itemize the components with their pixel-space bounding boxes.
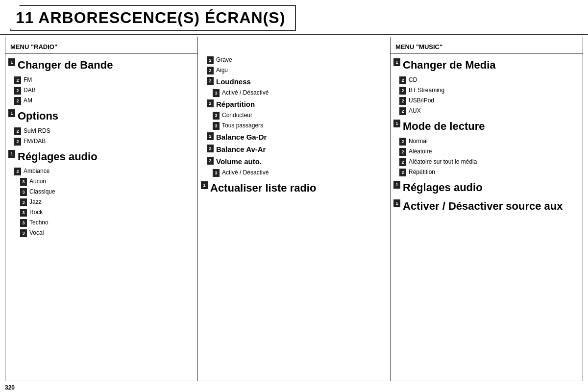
item-label: Options (18, 109, 58, 124)
list-item: 1Changer de Bande (5, 57, 197, 74)
item-label: Loudness (216, 76, 251, 87)
level-badge: 2 (399, 138, 406, 146)
page-footer: 320 (0, 383, 588, 392)
item-label: Classique (29, 188, 55, 196)
item-label: Ambiance (24, 167, 49, 175)
level-badge: 1 (393, 120, 400, 127)
list-item: 3Classique (5, 187, 197, 197)
item-label: Techno (29, 219, 49, 227)
list-item: 2AM (5, 96, 197, 106)
level-badge: 2 (399, 148, 406, 156)
level-badge: 3 (20, 178, 27, 186)
list-item: 2Aléatoire sur tout le média (391, 157, 583, 167)
level-badge: 3 (20, 209, 27, 217)
level-badge: 3 (213, 89, 220, 97)
level-badge: 3 (20, 188, 27, 196)
level-badge: 1 (393, 199, 400, 207)
list-item: 2Balance Ga-Dr (198, 131, 390, 143)
item-label: Grave (216, 56, 232, 64)
list-item: 2Aigu (198, 65, 390, 75)
list-item: 3Vocal (5, 228, 197, 238)
list-item: 2DAB (5, 85, 197, 96)
level-badge: 2 (399, 76, 406, 84)
level-badge: 3 (20, 229, 27, 237)
item-label: AUX (409, 107, 421, 115)
level-badge: 2 (207, 67, 214, 74)
list-item: 2Loudness (198, 75, 390, 88)
list-item: 1Options (5, 108, 197, 125)
level-badge: 2 (399, 107, 406, 115)
level-badge: 2 (207, 132, 214, 140)
item-label: Activer / Désactiver source aux (403, 199, 563, 214)
content-area: MENU "RADIO"1Changer de Bande2FM2DAB2AM1… (5, 37, 583, 381)
item-label: Répétition (409, 168, 435, 176)
list-item: 1Actualiser liste radio (198, 180, 390, 197)
level-badge: 2 (14, 97, 21, 105)
item-label: Réglages audio (403, 180, 483, 196)
item-label: Volume auto. (216, 156, 262, 167)
page-header: 11 ARBORESCENCE(S) ÉCRAN(S) (0, 0, 588, 35)
list-item: 2Normal (391, 136, 583, 147)
item-label: BT Streaming (409, 86, 444, 95)
item-label: Actualiser liste radio (210, 181, 316, 196)
item-label: Vocal (29, 229, 44, 237)
level-badge: 2 (14, 168, 21, 175)
list-item: 2FM (5, 75, 197, 85)
level-badge: 2 (207, 77, 214, 85)
list-item: 3Conducteur (198, 110, 390, 121)
item-label: Aucun (29, 177, 46, 186)
list-item: 2BT Streaming (391, 85, 583, 96)
level-badge: 1 (8, 58, 15, 66)
list-item: 2Grave (198, 55, 390, 65)
list-item: 2Balance Av-Ar (198, 143, 390, 155)
item-label: Activé / Désactivé (222, 169, 269, 177)
item-label: CD (409, 76, 417, 84)
level-badge: 1 (393, 58, 400, 66)
level-badge: 2 (14, 127, 21, 135)
list-item: 2USB/iPod (391, 96, 583, 106)
page-number: 320 (5, 384, 15, 391)
list-item: 1Changer de Media (391, 57, 583, 74)
list-item: 2Aléatoire (391, 147, 583, 157)
list-item: 3Aucun (5, 176, 197, 187)
column-header-music: MENU "MUSIC" (391, 41, 583, 54)
level-badge: 3 (213, 122, 220, 130)
item-label: AM (24, 97, 32, 105)
item-label: Activé / Désactivé (222, 89, 269, 97)
item-label: Balance Av-Ar (216, 144, 266, 154)
level-badge: 2 (399, 158, 406, 166)
level-badge: 2 (207, 99, 214, 107)
list-item: 3Techno (5, 218, 197, 228)
list-item: 2CD (391, 75, 583, 85)
list-item: 3Activé / Désactivé (198, 168, 390, 178)
column-radio: MENU "RADIO"1Changer de Bande2FM2DAB2AM1… (5, 37, 198, 381)
item-label: Jazz (29, 198, 42, 206)
list-item: 3Tous passagers (198, 121, 390, 131)
column-audio: 2Grave2Aigu2Loudness3Activé / Désactivé2… (198, 37, 391, 381)
column-music: MENU "MUSIC"1Changer de Media2CD2BT Stre… (391, 37, 583, 381)
item-label: USB/iPod (409, 97, 434, 105)
item-label: Tous passagers (222, 122, 263, 130)
level-badge: 1 (8, 109, 15, 117)
level-badge: 1 (393, 181, 400, 189)
item-label: Aigu (216, 66, 228, 74)
item-label: Réglages audio (18, 149, 98, 165)
level-badge: 2 (207, 145, 214, 152)
level-badge: 3 (213, 112, 220, 120)
list-item: 2Répétition (391, 167, 583, 177)
level-badge: 2 (399, 87, 406, 95)
item-label: Aléatoire (409, 147, 432, 156)
list-item: 3Activé / Désactivé (198, 88, 390, 98)
level-badge: 2 (399, 169, 406, 176)
item-label: Répartition (216, 99, 255, 109)
page-title: 11 ARBORESCENCE(S) ÉCRAN(S) (16, 9, 285, 26)
list-item: 2Répartition (198, 98, 390, 110)
level-badge: 2 (14, 87, 21, 95)
level-badge: 3 (20, 198, 27, 206)
list-item: 1Réglages audio (5, 148, 197, 166)
item-label: FM (24, 76, 32, 84)
list-item: 2FM/DAB (5, 136, 197, 147)
list-item: 2AUX (391, 106, 583, 116)
level-badge: 2 (14, 76, 21, 84)
level-badge: 3 (213, 169, 220, 177)
